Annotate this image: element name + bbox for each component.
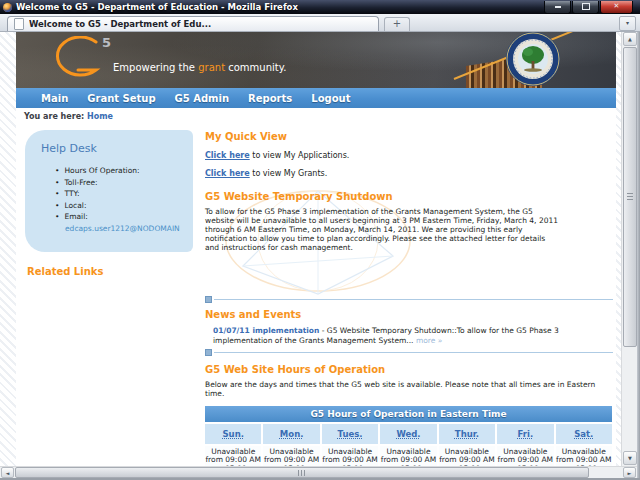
help-desk-item-local: Local: — [55, 200, 183, 212]
nav-item-logout[interactable]: Logout — [311, 93, 350, 104]
minimize-button[interactable] — [544, 1, 571, 14]
day-header-thur[interactable]: Thur. — [439, 424, 495, 444]
vertical-scrollbar[interactable]: ▲ ▼ — [621, 31, 637, 466]
news-date-link[interactable]: 01/07/11 implementation — [213, 326, 319, 335]
hours-table-caption: G5 Hours of Operation in Eastern Time — [205, 406, 612, 422]
nav-item-main[interactable]: Main — [41, 93, 68, 104]
help-desk-email-link[interactable]: edcaps.user1212@NODOMAIN — [65, 223, 183, 235]
scroll-left-button[interactable]: ◄ — [1, 467, 14, 478]
main-content: My Quick View Click here to view My Appl… — [205, 126, 613, 466]
hours-title: G5 Web Site Hours of Operation — [205, 364, 613, 375]
availability-cell-thur: Unavailable from 09:00 AM - 05:00 — [439, 446, 495, 467]
help-desk-panel: Help Desk Hours Of Operation: Toll-Free:… — [25, 130, 193, 252]
view-grants-link[interactable]: Click here — [205, 169, 250, 178]
day-header-mon[interactable]: Mon. — [263, 424, 319, 444]
new-tab-button[interactable]: + — [384, 17, 410, 31]
tagline-post: community. — [225, 62, 286, 73]
shutdown-body: To allow for the G5 Phase 3 implementati… — [205, 207, 561, 252]
section-divider — [205, 349, 613, 356]
hours-intro: Below are the days and times that the G5… — [205, 380, 607, 398]
department-of-education-seal-icon — [504, 31, 562, 88]
breadcrumb-label: You are here: — [24, 112, 84, 121]
site-banner: 5 Empowering the grant community. — [16, 31, 616, 88]
news-more-link[interactable]: more » — [416, 336, 442, 345]
hours-table-availability-row: Unavailable from 09:00 AM - 05:00 Unavai… — [205, 446, 612, 467]
tab-list-dropdown-button[interactable]: ▾ — [619, 16, 636, 31]
nav-item-g5-admin[interactable]: G5 Admin — [175, 93, 230, 104]
view-applications-text: to view My Applications. — [250, 151, 350, 160]
availability-cell-fri: Unavailable from 09:00 AM - 05:00 — [497, 446, 553, 467]
divider-line — [214, 352, 613, 353]
availability-cell-wed: Unavailable from 09:00 AM - 05:00 — [380, 446, 436, 467]
minimize-icon — [555, 6, 561, 8]
hours-table-day-headers: Sun. Mon. Tues. Wed. Thur. Fri. Sat. — [205, 424, 612, 444]
related-links-title: Related Links — [27, 266, 193, 277]
restore-button[interactable] — [572, 1, 599, 14]
g5-logo-number: 5 — [102, 35, 111, 50]
shutdown-title: G5 Website Temporary Shutdown — [205, 191, 613, 202]
quick-view-title: My Quick View — [205, 131, 613, 142]
tab-bar: Welcome to G5 - Department of Edu... + ▾ — [0, 14, 640, 32]
content-columns: Help Desk Hours Of Operation: Toll-Free:… — [16, 126, 616, 466]
news-item: 01/07/11 implementation - G5 Website Tem… — [213, 326, 605, 345]
main-navigation: Main Grant Setup G5 Admin Reports Logout — [16, 88, 616, 108]
divider-line — [214, 299, 613, 300]
scroll-down-button[interactable]: ▼ — [623, 451, 637, 465]
window-title: Welcome to G5 - Department of Education … — [16, 2, 298, 12]
sidebar: Help Desk Hours Of Operation: Toll-Free:… — [25, 126, 193, 466]
help-desk-item-email: Email: — [55, 211, 183, 223]
page-icon — [14, 18, 24, 30]
scrollbar-grip-icon — [298, 470, 306, 476]
availability-cell-sat: Unavailable from 09:00 AM - 05:00 — [556, 446, 612, 467]
horizontal-scrollbar[interactable]: ◄ ► — [0, 466, 637, 478]
close-button[interactable]: ✕ — [600, 1, 633, 14]
tagline-pre: Empowering the — [113, 62, 198, 73]
firefox-icon — [3, 3, 12, 12]
divider-square-icon — [205, 296, 212, 303]
quick-view-grants-row: Click here to view My Grants. — [205, 169, 613, 178]
nav-item-reports[interactable]: Reports — [248, 93, 292, 104]
close-icon: ✕ — [614, 3, 620, 10]
breadcrumb: You are here: Home — [24, 112, 113, 121]
day-header-fri[interactable]: Fri. — [497, 424, 553, 444]
news-title: News and Events — [205, 309, 613, 320]
hours-table: G5 Hours of Operation in Eastern Time Su… — [205, 406, 612, 467]
tab-label: Welcome to G5 - Department of Edu... — [29, 19, 211, 29]
availability-cell-tues: Unavailable from 09:00 AM - 05:00 — [322, 446, 378, 467]
page-viewport: 5 Empowering the grant community. Main G… — [0, 31, 621, 466]
restore-icon — [582, 3, 590, 10]
day-header-sun[interactable]: Sun. — [205, 424, 261, 444]
g5-logo-icon — [46, 36, 102, 82]
banner-tagline: Empowering the grant community. — [113, 62, 286, 73]
tab-welcome-g5[interactable]: Welcome to G5 - Department of Edu... — [7, 16, 379, 31]
help-desk-item-tty: TTY: — [55, 188, 183, 200]
scroll-up-button[interactable]: ▲ — [623, 32, 637, 46]
title-bar: Welcome to G5 - Department of Education … — [0, 0, 640, 14]
day-header-sat[interactable]: Sat. — [556, 424, 612, 444]
divider-square-icon — [205, 349, 212, 356]
availability-cell-sun: Unavailable from 09:00 AM - 05:00 — [205, 446, 261, 467]
window-controls: ✕ — [544, 1, 637, 14]
day-header-tues[interactable]: Tues. — [322, 424, 378, 444]
day-header-wed[interactable]: Wed. — [380, 424, 436, 444]
breadcrumb-home-link[interactable]: Home — [87, 112, 113, 121]
browser-window: Welcome to G5 - Department of Education … — [0, 0, 640, 480]
help-desk-item-hours: Hours Of Operation: — [55, 165, 183, 177]
help-desk-item-tollfree: Toll-Free: — [55, 177, 183, 189]
help-desk-title: Help Desk — [41, 142, 183, 155]
quick-view-applications-row: Click here to view My Applications. — [205, 151, 613, 160]
tagline-accent: grant — [198, 62, 225, 73]
scroll-right-button[interactable]: ► — [623, 467, 636, 478]
section-divider — [205, 296, 613, 303]
help-desk-list: Hours Of Operation: Toll-Free: TTY: Loca… — [55, 165, 183, 223]
availability-cell-mon: Unavailable from 09:00 AM - 05:00 — [263, 446, 319, 467]
view-grants-text: to view My Grants. — [250, 169, 328, 178]
vertical-scrollbar-thumb[interactable] — [623, 47, 637, 347]
view-applications-link[interactable]: Click here — [205, 151, 250, 160]
scrollbar-grip-icon — [627, 193, 633, 201]
horizontal-scrollbar-thumb[interactable] — [15, 467, 589, 478]
nav-item-grant-setup[interactable]: Grant Setup — [87, 93, 155, 104]
